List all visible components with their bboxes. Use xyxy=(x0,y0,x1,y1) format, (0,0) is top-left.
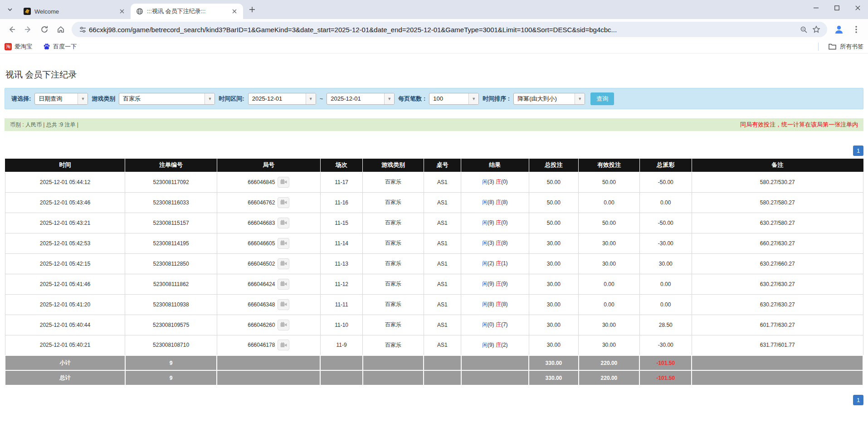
address-bar[interactable]: 66cxkj98.com/game/betrecord_search/kind3… xyxy=(72,22,827,37)
tab-search-button[interactable] xyxy=(4,3,16,16)
table-row: 2025-12-01 05:42:15 523008112850 6660465… xyxy=(5,253,863,274)
cell-valid-bet: 50.00 xyxy=(579,213,639,233)
cell-session: 11-13 xyxy=(320,253,363,274)
url-text[interactable]: 66cxkj98.com/game/betrecord_search/kind3… xyxy=(89,26,797,34)
table-row: 2025-12-01 05:40:21 523008108710 6660461… xyxy=(5,335,863,355)
video-replay-button[interactable] xyxy=(278,177,289,188)
globe-icon xyxy=(136,8,143,15)
round-id: 666046260 xyxy=(248,322,275,328)
close-tab-icon[interactable] xyxy=(118,7,126,15)
cell-total-bet[interactable]: 30.00 xyxy=(529,294,579,315)
table-row: 2025-12-01 05:44:12 523008117092 6660468… xyxy=(5,172,863,192)
pagination-bottom: 1 xyxy=(5,395,863,405)
round-id: 666046683 xyxy=(248,220,275,226)
cell-result: 闲(8) 庄(8) xyxy=(461,192,529,213)
profile-avatar-icon[interactable] xyxy=(832,22,846,37)
cell-time: 2025-12-01 05:40:44 xyxy=(5,315,125,335)
cell-table: AS1 xyxy=(424,335,461,355)
refresh-icon[interactable] xyxy=(37,22,52,37)
chevron-down-icon[interactable]: ▼ xyxy=(468,93,478,104)
video-replay-button[interactable] xyxy=(278,238,289,249)
game-type-select[interactable]: 百家乐 ▼ xyxy=(119,93,215,105)
bookmark-star-icon[interactable] xyxy=(810,23,823,36)
summary-total-bet: 330.00 xyxy=(529,370,579,385)
cell-table: AS1 xyxy=(424,172,461,192)
summary-valid-bet: 220.00 xyxy=(579,370,639,385)
video-replay-button[interactable] xyxy=(278,299,289,310)
video-replay-button[interactable] xyxy=(278,320,289,330)
chevron-down-icon[interactable]: ▼ xyxy=(384,93,394,104)
chevron-down-icon[interactable]: ▼ xyxy=(306,93,316,104)
browser-menu-icon[interactable] xyxy=(849,22,863,37)
video-camera-icon xyxy=(280,199,287,205)
sort-value: 降冪(由大到小) xyxy=(514,93,575,104)
window-minimize-button[interactable] xyxy=(805,0,826,15)
welcome-favicon xyxy=(24,8,31,15)
video-replay-button[interactable] xyxy=(278,340,289,350)
tab-welcome[interactable]: Welcome xyxy=(18,4,131,19)
bookmark-baidu[interactable]: 百度一下 xyxy=(43,43,77,51)
cell-total-bet[interactable]: 30.00 xyxy=(529,253,579,274)
bookmark-aitaobao[interactable]: 淘 爱淘宝 xyxy=(5,43,32,51)
video-camera-icon xyxy=(280,261,287,267)
query-type-value: 日期查询 xyxy=(35,93,78,104)
forward-icon[interactable] xyxy=(21,22,35,37)
chevron-down-icon[interactable]: ▼ xyxy=(78,93,88,104)
window-maximize-button[interactable] xyxy=(826,0,847,15)
cell-round: 666046178 xyxy=(217,335,320,355)
cell-valid-bet: 30.00 xyxy=(579,253,639,274)
date-end-select[interactable]: 2025-12-01 ▼ xyxy=(327,93,395,105)
cell-total-bet[interactable]: 30.00 xyxy=(529,233,579,253)
column-header: 总派彩 xyxy=(639,159,692,172)
date-start-select[interactable]: 2025-12-01 ▼ xyxy=(248,93,316,105)
home-icon[interactable] xyxy=(54,22,68,37)
chevron-down-icon[interactable]: ▼ xyxy=(575,93,585,104)
cell-total-bet[interactable]: 30.00 xyxy=(529,335,579,355)
zoom-icon[interactable] xyxy=(797,23,810,36)
site-settings-icon[interactable] xyxy=(76,23,89,36)
round-id: 666046348 xyxy=(248,301,275,308)
per-page-select[interactable]: 100 ▼ xyxy=(429,93,479,105)
back-icon[interactable] xyxy=(5,22,19,37)
video-replay-button[interactable] xyxy=(278,279,289,290)
tab-strip: Welcome :::视讯 会员下注纪录::: xyxy=(0,0,868,19)
cell-total-bet[interactable]: 50.00 xyxy=(529,172,579,192)
close-tab-icon[interactable] xyxy=(230,7,239,15)
cell-total-bet[interactable]: 30.00 xyxy=(529,315,579,335)
page-button[interactable]: 1 xyxy=(853,395,863,405)
tab-title: :::视讯 会员下注纪录::: xyxy=(147,7,227,15)
tilde-separator: ~ xyxy=(320,95,323,102)
cell-table: AS1 xyxy=(424,315,461,335)
search-button[interactable]: 查询 xyxy=(590,92,614,105)
column-header: 总投注 xyxy=(529,159,579,172)
tab-betrecord[interactable]: :::视讯 会员下注纪录::: xyxy=(131,4,243,19)
video-replay-button[interactable] xyxy=(278,218,289,228)
cell-game: 百家乐 xyxy=(363,294,424,315)
table-row: 2025-12-01 05:41:46 523008111862 6660464… xyxy=(5,274,863,294)
chevron-down-icon[interactable]: ▼ xyxy=(205,93,215,104)
info-notice: 同局有效投注，统一计算在该局第一张注单内 xyxy=(740,121,858,129)
summary-count: 9 xyxy=(125,355,217,370)
round-id: 666046502 xyxy=(248,261,275,267)
summary-valid-bet: 220.00 xyxy=(579,355,639,370)
query-type-select[interactable]: 日期查询 ▼ xyxy=(34,93,88,105)
cell-round: 666046348 xyxy=(217,294,320,315)
cell-total-bet[interactable]: 50.00 xyxy=(529,192,579,213)
cell-total-bet[interactable]: 30.00 xyxy=(529,274,579,294)
new-tab-button[interactable] xyxy=(246,3,258,16)
cell-bet-id: 523008114195 xyxy=(125,233,217,253)
cell-remark: 630.27/630.27 xyxy=(692,274,863,294)
cell-game: 百家乐 xyxy=(363,192,424,213)
cell-time: 2025-12-01 05:41:46 xyxy=(5,274,125,294)
cell-total-bet[interactable]: 50.00 xyxy=(529,213,579,233)
cell-result: 闲(3) 庄(8) xyxy=(461,233,529,253)
video-replay-button[interactable] xyxy=(278,197,289,208)
cell-time: 2025-12-01 05:43:21 xyxy=(5,213,125,233)
page-button[interactable]: 1 xyxy=(853,146,863,156)
cell-bet-id: 523008109575 xyxy=(125,315,217,335)
window-close-button[interactable] xyxy=(847,0,868,15)
cell-bet-id: 523008117092 xyxy=(125,172,217,192)
sort-select[interactable]: 降冪(由大到小) ▼ xyxy=(513,93,585,105)
video-replay-button[interactable] xyxy=(278,258,289,269)
all-bookmarks-label[interactable]: 所有书签 xyxy=(840,43,863,51)
